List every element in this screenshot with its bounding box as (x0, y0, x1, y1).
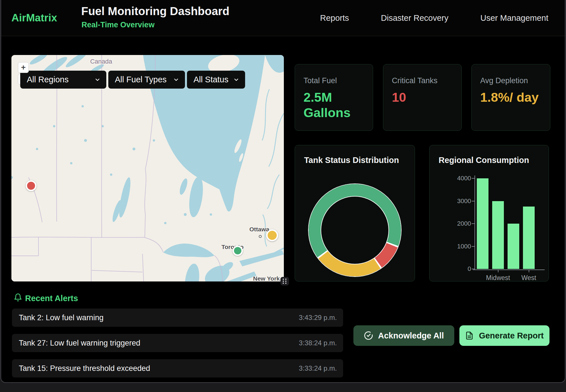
stat-value: 1.8%/ day (480, 90, 541, 105)
alert-time: 3:43:29 p.m. (299, 314, 337, 322)
y-tick-label: 2000 (444, 220, 471, 227)
tank-status-panel: Tank Status Distribution (295, 145, 415, 281)
nav-item-disaster-recovery[interactable]: Disaster Recovery (381, 13, 449, 23)
stat-card-avg-depletion: Avg Depletion 1.8%/ day (471, 64, 550, 131)
alert-time: 3:33:24 p.m. (299, 364, 337, 372)
bell-icon (14, 293, 22, 302)
y-tick-label: 4000 (444, 175, 471, 182)
bar (508, 224, 519, 269)
y-tick-label: 0 (444, 265, 471, 273)
header: AirMatrix Fuel Monitoring Dashboard Real… (1, 0, 565, 36)
map-marker-critical[interactable] (26, 180, 36, 191)
alert-row[interactable]: Tank 15: Pressure threshold exceeded 3:3… (12, 359, 343, 377)
alert-message: Tank 15: Pressure threshold exceeded (19, 364, 150, 373)
alert-time: 3:38:24 p.m. (299, 339, 337, 347)
map-marker-normal[interactable] (233, 246, 243, 256)
stat-card-total-fuel: Total Fuel 2.5M Gallons (295, 64, 373, 131)
map-label-canada: Canada (84, 58, 118, 65)
nav-item-user-management[interactable]: User Management (480, 13, 548, 23)
stat-card-critical-tanks: Critical Tanks 10 (383, 64, 462, 131)
acknowledge-all-button[interactable]: Acknowledge All (353, 325, 454, 346)
page-subtitle: Real-Time Overview (82, 21, 154, 29)
bar (477, 178, 488, 269)
app-window: AirMatrix Fuel Monitoring Dashboard Real… (1, 0, 565, 383)
alerts-section-title: Recent Alerts (25, 294, 78, 303)
generate-report-button[interactable]: Generate Report (459, 325, 549, 346)
stat-value: 10 (392, 90, 453, 105)
bar-xlabels: MidwestWest (477, 270, 542, 282)
alert-message: Tank 27: Low fuel warning triggered (19, 339, 140, 348)
check-circle-icon (364, 331, 373, 340)
bar (523, 207, 535, 269)
panel-title: Tank Status Distribution (304, 156, 399, 165)
regional-consumption-panel: Regional Consumption MidwestWest 4000300… (429, 145, 549, 281)
y-tick-label: 3000 (444, 197, 471, 205)
x-tick-label: West (523, 270, 535, 282)
alert-message: Tank 2: Low fuel warning (19, 313, 103, 322)
chevron-down-icon (94, 77, 101, 83)
x-tick-label: Midwest (492, 270, 504, 282)
x-tick-label (508, 270, 519, 282)
region-filter-value: All Regions (27, 75, 69, 84)
app-logo: AirMatrix (11, 12, 57, 24)
page-title: Fuel Monitoring Dashboard (81, 5, 229, 18)
map[interactable]: Canada + − All Regions All Fuel Types Al… (11, 55, 284, 281)
nav-item-reports[interactable]: Reports (320, 13, 349, 23)
map-label-ottawa: Ottawa (249, 226, 269, 233)
y-axis (475, 175, 475, 270)
file-text-icon (465, 331, 474, 340)
chevron-down-icon (233, 77, 239, 83)
chevron-down-icon (173, 77, 179, 83)
status-filter-dropdown[interactable]: All Status (187, 71, 245, 89)
resize-grip-icon[interactable] (280, 277, 289, 285)
map-marker-warning[interactable] (266, 229, 278, 241)
generate-report-label: Generate Report (479, 331, 543, 340)
panel-title: Regional Consumption (439, 156, 529, 165)
alert-row[interactable]: Tank 2: Low fuel warning 3:43:29 p.m. (12, 309, 343, 327)
y-tick-mark (472, 178, 475, 179)
bar-plot (477, 178, 542, 269)
stat-label: Total Fuel (304, 76, 364, 85)
stat-label: Critical Tanks (392, 76, 453, 85)
y-tick-label: 1000 (444, 243, 471, 250)
region-filter-dropdown[interactable]: All Regions (20, 71, 106, 89)
y-tick-mark (472, 201, 475, 201)
y-tick-mark (472, 269, 475, 269)
alert-row[interactable]: Tank 27: Low fuel warning triggered 3:38… (12, 334, 343, 352)
main-nav: Reports Disaster Recovery User Managemen… (320, 0, 548, 36)
y-tick-mark (472, 246, 475, 247)
map-city-dot (259, 235, 262, 238)
fuel-type-filter-value: All Fuel Types (115, 75, 167, 84)
fuel-type-filter-dropdown[interactable]: All Fuel Types (108, 71, 185, 89)
stat-value: 2.5M Gallons (304, 90, 365, 121)
dashboard: AirMatrix Fuel Monitoring Dashboard Real… (0, 0, 566, 392)
map-label-new-york: New York (253, 275, 280, 281)
acknowledge-all-label: Acknowledge All (378, 331, 444, 340)
donut-chart (309, 184, 401, 276)
stat-label: Avg Depletion (480, 76, 541, 85)
y-tick-mark (472, 223, 475, 224)
bar (492, 201, 504, 269)
status-filter-value: All Status (194, 75, 229, 84)
zoom-in-button[interactable]: + (18, 62, 29, 73)
